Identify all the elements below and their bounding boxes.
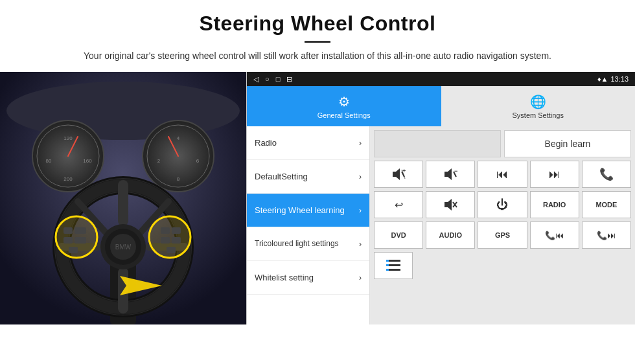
tab-general-label: General Settings	[318, 111, 371, 119]
svg-rect-58	[386, 264, 389, 266]
menu-item-whitelist-label: Whitelist setting	[255, 273, 314, 282]
menu-item-steering-label: Steering Wheel learning	[255, 205, 345, 215]
svg-rect-42	[172, 237, 181, 244]
menu-item-whitelist[interactable]: Whitelist setting ›	[247, 261, 369, 295]
menu-item-tricoloured[interactable]: Tricoloured light settings ›	[247, 227, 369, 261]
page-header: Steering Wheel Control Your original car…	[0, 0, 635, 69]
svg-text:8: 8	[177, 176, 180, 182]
prev-track-button[interactable]: ⏮	[478, 161, 527, 188]
svg-text:+: +	[402, 168, 406, 174]
svg-rect-35	[75, 227, 86, 234]
menu-item-tricoloured-label: Tricoloured light settings	[255, 239, 339, 249]
svg-rect-36	[75, 237, 86, 244]
svg-text:−: −	[454, 168, 457, 174]
svg-marker-51	[444, 199, 452, 210]
chevron-icon: ›	[359, 172, 362, 181]
svg-marker-44	[393, 168, 400, 180]
menu-item-default-label: DefaultSetting	[255, 172, 308, 181]
menu-item-default-setting[interactable]: DefaultSetting ›	[247, 160, 369, 194]
svg-rect-59	[386, 269, 389, 271]
dvd-button[interactable]: DVD	[374, 222, 423, 249]
svg-rect-57	[386, 260, 389, 262]
controls-row1: + − ⏮ ⏭ 📞	[374, 161, 631, 188]
svg-marker-48	[444, 168, 452, 180]
svg-rect-40	[172, 227, 181, 234]
header-subtitle: Your original car's steering wheel contr…	[39, 49, 596, 63]
tab-bar: ⚙ General Settings 🌐 System Settings	[247, 86, 635, 126]
settings-menu: Radio › DefaultSetting › Steering Wheel …	[247, 126, 635, 324]
svg-text:160: 160	[83, 158, 92, 164]
controls-row3: DVD AUDIO GPS 📞⏮ 📞⏭	[374, 222, 631, 249]
android-ui: ◁ ○ □ ⊟ ♦▲ 13:13 ⚙ General Settings 🌐 Sy…	[246, 72, 635, 324]
svg-text:6: 6	[196, 158, 200, 164]
status-bar: ◁ ○ □ ⊟ ♦▲ 13:13	[247, 72, 635, 86]
phone-next-button[interactable]: 📞⏭	[582, 222, 631, 249]
svg-text:200: 200	[64, 176, 73, 182]
svg-text:120: 120	[64, 135, 73, 141]
svg-text:BMW: BMW	[115, 244, 132, 251]
chevron-icon: ›	[359, 240, 362, 249]
volume-down-button[interactable]: −	[426, 161, 475, 188]
home-icon[interactable]: ○	[265, 75, 270, 84]
signal-icon: ♦▲	[597, 75, 608, 83]
tab-system-settings[interactable]: 🌐 System Settings	[441, 86, 636, 126]
svg-text:4: 4	[177, 135, 180, 141]
recents-icon[interactable]: □	[276, 75, 281, 84]
svg-rect-37	[69, 247, 78, 253]
menu-item-radio-label: Radio	[255, 138, 277, 148]
nav-icons: ◁ ○ □ ⊟	[253, 75, 292, 84]
svg-point-1	[6, 82, 240, 140]
status-icons: ♦▲ 13:13	[597, 75, 629, 83]
main-content: 120 80 160 200 4 2 6 8	[0, 72, 635, 324]
tab-system-label: System Settings	[513, 111, 564, 119]
car-image: 120 80 160 200 4 2 6 8	[0, 72, 246, 324]
next-track-button[interactable]: ⏭	[530, 161, 579, 188]
controls-row4	[374, 252, 631, 279]
svg-rect-33	[64, 227, 73, 234]
globe-icon: 🌐	[530, 94, 546, 109]
audio-button[interactable]: AUDIO	[426, 222, 475, 249]
begin-learn-row: Begin learn	[374, 130, 631, 157]
svg-rect-34	[64, 237, 73, 244]
clock: 13:13	[610, 75, 629, 83]
tab-general-settings[interactable]: ⚙ General Settings	[247, 86, 441, 126]
volume-up-button[interactable]: +	[374, 161, 423, 188]
header-divider	[305, 41, 330, 43]
svg-rect-39	[161, 227, 170, 234]
menu-item-steering-wheel[interactable]: Steering Wheel learning ›	[247, 194, 369, 227]
phone-answer-button[interactable]: 📞	[582, 161, 631, 188]
list-icon-button[interactable]	[374, 252, 413, 279]
mode-button[interactable]: MODE	[582, 191, 631, 218]
radio-button[interactable]: RADIO	[530, 191, 579, 218]
gear-icon: ⚙	[338, 94, 350, 109]
svg-rect-43	[167, 247, 176, 253]
phone-hangup-button[interactable]: ↩	[374, 191, 423, 218]
gps-button[interactable]: GPS	[478, 222, 527, 249]
menu-icon[interactable]: ⊟	[286, 75, 292, 84]
page-title: Steering Wheel Control	[39, 12, 596, 36]
back-icon[interactable]: ◁	[253, 75, 259, 84]
menu-list: Radio › DefaultSetting › Steering Wheel …	[247, 126, 370, 324]
power-button[interactable]: ⏻	[478, 191, 527, 218]
chevron-icon: ›	[359, 273, 362, 282]
begin-learn-button[interactable]: Begin learn	[504, 130, 631, 157]
learn-spacer	[374, 130, 501, 157]
menu-item-radio[interactable]: Radio ›	[247, 126, 369, 160]
controls-row2: ↩ ⏻ RADIO MODE	[374, 191, 631, 218]
controls-panel: Begin learn + − ⏮ ⏭ 📞 ↩	[370, 126, 635, 324]
chevron-icon: ›	[359, 206, 362, 215]
svg-rect-41	[161, 237, 170, 244]
svg-text:2: 2	[157, 158, 161, 164]
chevron-icon: ›	[359, 139, 362, 148]
svg-text:80: 80	[46, 158, 52, 164]
phone-prev-button[interactable]: 📞⏮	[530, 222, 579, 249]
mute-button[interactable]	[426, 191, 475, 218]
